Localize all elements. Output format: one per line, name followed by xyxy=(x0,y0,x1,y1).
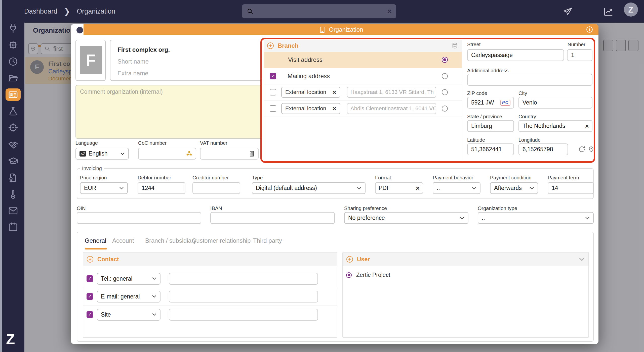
mailing-address-checkbox[interactable]: ✓ xyxy=(270,73,276,79)
external-location-2-chip[interactable]: External location × xyxy=(281,103,340,114)
tab-branch-subsidiary[interactable]: Branch / subsidiary xyxy=(145,237,196,244)
contact-site-checkbox[interactable]: ✓ xyxy=(87,311,93,318)
country-field[interactable]: × xyxy=(518,120,592,132)
contact-site-type-select[interactable]: Site xyxy=(97,309,160,321)
external-location-1-radio[interactable] xyxy=(442,89,448,95)
info-icon[interactable] xyxy=(586,26,593,33)
branch-row-mailing-address[interactable]: ✓ Mailing address xyxy=(264,68,462,84)
payment-condition-select[interactable]: Afterwards xyxy=(490,182,538,194)
language-select[interactable]: A English xyxy=(75,148,129,160)
tab-customer-relationship[interactable]: Customer relationship xyxy=(192,237,251,244)
sidebar-item-contacts-active[interactable] xyxy=(6,88,21,101)
chip-remove-icon[interactable]: × xyxy=(333,89,336,95)
sidebar-item-lab[interactable] xyxy=(8,106,18,117)
sidebar-item-history[interactable] xyxy=(8,56,18,67)
contact-email-checkbox[interactable]: ✓ xyxy=(87,293,93,300)
tab-general[interactable]: General xyxy=(85,237,106,244)
creditor-number-input[interactable] xyxy=(192,182,240,194)
analytics-button[interactable] xyxy=(603,7,614,17)
org-name[interactable]: First complex org. xyxy=(117,46,254,53)
longitude-input[interactable] xyxy=(518,143,568,155)
country-clear-icon[interactable]: × xyxy=(585,123,589,129)
coc-field[interactable] xyxy=(138,148,196,160)
coc-input[interactable] xyxy=(142,150,183,157)
contact-tel-type-select[interactable]: Tel.: general xyxy=(97,273,160,285)
sidebar-item-mail[interactable] xyxy=(8,206,18,216)
additional-address-input[interactable] xyxy=(467,74,592,86)
tab-third-party[interactable]: Third party xyxy=(253,237,282,244)
user-avatar[interactable]: Z xyxy=(624,3,638,17)
sidebar-item-education[interactable] xyxy=(8,156,18,166)
visit-address-radio[interactable] xyxy=(442,57,448,63)
send-button[interactable] xyxy=(563,7,573,17)
payment-term-input[interactable] xyxy=(548,182,594,194)
comment-textarea[interactable] xyxy=(75,85,262,139)
external-location-1-input[interactable]: Haagstraat 1, 6133 VR Sittard, Th xyxy=(347,87,436,98)
sidebar-item-certificates[interactable] xyxy=(8,173,18,183)
payment-behavior-select[interactable]: .. xyxy=(433,182,480,194)
country-input[interactable] xyxy=(522,122,583,130)
global-search[interactable]: × xyxy=(242,4,396,18)
sidebar-item-settings[interactable] xyxy=(8,40,18,50)
format-clear-icon[interactable]: × xyxy=(416,185,420,191)
branch-row-visit-address[interactable]: Visit address xyxy=(264,52,462,68)
app-logo[interactable]: Z xyxy=(6,331,15,347)
geocode-refresh-button[interactable] xyxy=(578,145,586,153)
breadcrumb-dashboard[interactable]: Dashboard xyxy=(24,8,57,15)
sidebar-item-temperature[interactable] xyxy=(8,189,18,199)
contact-email-input[interactable] xyxy=(169,291,318,303)
mailing-address-radio[interactable] xyxy=(442,73,448,79)
org-name-box[interactable]: First complex org. Short name Extra name xyxy=(110,40,262,81)
coc-registry-icon[interactable] xyxy=(186,150,193,157)
org-avatar-box[interactable]: F xyxy=(75,40,106,81)
contact-tel-checkbox[interactable]: ✓ xyxy=(87,275,93,282)
price-region-select[interactable]: EUR xyxy=(80,182,128,194)
global-search-input[interactable] xyxy=(257,4,384,18)
sidebar-item-files[interactable] xyxy=(8,73,18,83)
sharing-preference-select[interactable]: No preference xyxy=(344,212,468,224)
add-user-icon[interactable]: + xyxy=(346,256,353,263)
contact-tel-input[interactable] xyxy=(169,273,318,285)
state-input[interactable] xyxy=(467,120,514,132)
external-location-2-input[interactable]: Abdis Clementinastraat 1, 6041 VC xyxy=(347,103,436,114)
iban-input[interactable] xyxy=(210,212,335,224)
tab-account[interactable]: Account xyxy=(112,237,134,244)
city-input[interactable] xyxy=(518,97,592,109)
user-row[interactable]: Zertic Project xyxy=(346,272,390,278)
oin-input[interactable] xyxy=(77,212,201,224)
organization-type-select[interactable]: .. xyxy=(478,212,594,224)
latitude-input[interactable] xyxy=(467,143,514,155)
format-field[interactable]: PDF × xyxy=(375,182,423,194)
chip-remove-icon[interactable]: × xyxy=(333,105,336,112)
org-extra-name-placeholder[interactable]: Extra name xyxy=(117,70,254,77)
vat-field[interactable] xyxy=(200,148,259,160)
sidebar-item-partners[interactable] xyxy=(8,139,18,150)
collapse-chevron-icon[interactable] xyxy=(579,258,585,261)
invoice-type-select[interactable]: Digital (default address) xyxy=(252,182,366,194)
modal-drag-dot[interactable] xyxy=(76,27,83,33)
database-icon[interactable] xyxy=(451,42,458,49)
sidebar-item-calendar[interactable] xyxy=(8,222,18,232)
calculator-icon[interactable] xyxy=(249,150,255,157)
add-contact-icon[interactable]: + xyxy=(87,256,93,263)
vat-input[interactable] xyxy=(204,150,246,157)
show-on-map-button[interactable] xyxy=(588,145,595,153)
user-radio[interactable] xyxy=(346,272,352,278)
debtor-number-input[interactable] xyxy=(138,182,185,194)
street-input[interactable] xyxy=(467,49,564,61)
external-location-2-radio[interactable] xyxy=(442,106,448,112)
number-input[interactable] xyxy=(567,49,592,61)
external-location-2-checkbox[interactable] xyxy=(270,105,276,112)
zip-field[interactable]: PC xyxy=(467,97,514,109)
left-scroll-strip[interactable] xyxy=(0,0,2,352)
add-branch-icon[interactable]: + xyxy=(267,42,274,49)
sidebar-item-integrations[interactable] xyxy=(8,23,18,34)
org-short-name-placeholder[interactable]: Short name xyxy=(117,58,254,65)
postcode-badge-icon[interactable]: PC xyxy=(500,100,510,106)
sidebar-item-targets[interactable] xyxy=(8,122,18,133)
search-clear-icon[interactable]: × xyxy=(387,8,392,15)
external-location-1-checkbox[interactable] xyxy=(270,89,276,95)
breadcrumb-organization[interactable]: Organization xyxy=(77,8,115,15)
external-location-1-chip[interactable]: External location × xyxy=(281,87,340,98)
contact-email-type-select[interactable]: E-mail: general xyxy=(97,291,160,303)
